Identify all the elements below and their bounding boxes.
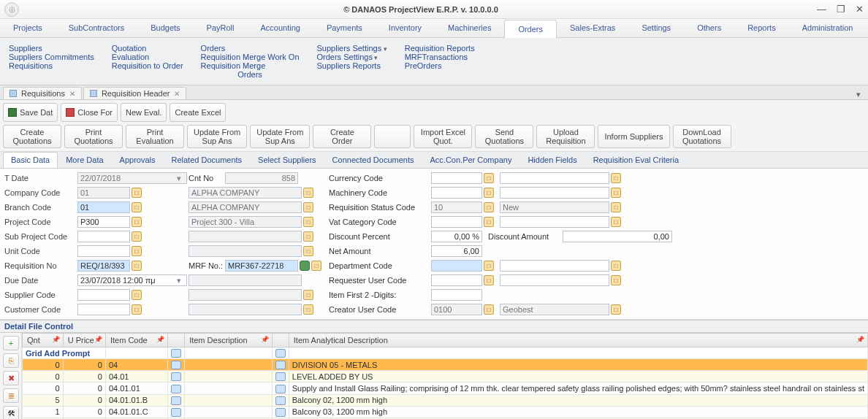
cell-lookup-icon[interactable] xyxy=(171,408,181,417)
menu-reports[interactable]: Reports xyxy=(734,19,789,37)
col-header[interactable] xyxy=(272,334,289,347)
cell-lookup-icon[interactable] xyxy=(171,361,181,369)
field-branch-code[interactable] xyxy=(77,201,130,213)
menu-budgets[interactable]: Budgets xyxy=(137,19,193,37)
subtab-hidden-fields[interactable]: Hidden Fields xyxy=(519,152,585,168)
field-desc[interactable] xyxy=(189,304,302,315)
minimize-button[interactable]: — xyxy=(817,4,826,15)
close-tab-icon[interactable]: ✕ xyxy=(69,90,75,98)
menu-settings[interactable]: Settings xyxy=(628,19,684,37)
lookup-icon[interactable]: □ xyxy=(484,304,494,315)
ribbon-evaluation[interactable]: Evaluation xyxy=(112,53,183,61)
field-company-code[interactable] xyxy=(77,187,130,199)
menu-projects[interactable]: Projects xyxy=(0,19,56,37)
new-eval-button[interactable]: New Eval. xyxy=(121,103,167,122)
subtab-related-documents[interactable]: Related Documents xyxy=(163,152,250,168)
lookup-icon[interactable]: □ xyxy=(611,188,621,198)
create-excel-button[interactable]: Create Excel xyxy=(170,103,226,122)
ribbon-preorders[interactable]: PreOrders xyxy=(405,61,475,70)
menu-sales-extras[interactable]: Sales-Extras xyxy=(557,19,628,37)
refresh-icon[interactable] xyxy=(300,261,310,271)
lookup-icon[interactable]: □ xyxy=(132,304,142,315)
lookup-icon[interactable]: □ xyxy=(132,188,142,198)
cell-lookup-icon[interactable] xyxy=(275,361,286,369)
cell-lookup-icon[interactable] xyxy=(171,349,181,358)
ribbon-req-merge[interactable]: Requisition Merge xyxy=(201,61,300,70)
ribbon-quotation[interactable]: Quotation xyxy=(112,44,183,53)
col-header[interactable] xyxy=(168,334,185,347)
field-unit-code[interactable] xyxy=(77,245,130,257)
ribbon-suppliers[interactable]: Suppliers xyxy=(9,44,94,53)
ribbon-requisitions[interactable]: Requisitions xyxy=(9,61,94,70)
toolbar-big-5[interactable]: Create Order xyxy=(313,125,371,148)
field-requisition-no[interactable] xyxy=(77,260,130,272)
lookup-icon[interactable]: □ xyxy=(303,188,313,198)
ribbon-suppliers-reports[interactable]: Suppliers Reports xyxy=(317,61,387,70)
field-requisition-status-code[interactable] xyxy=(431,201,482,213)
menu-subcontractors[interactable]: SubContractors xyxy=(56,19,137,37)
col-header[interactable]: Item Code📌 xyxy=(105,334,167,347)
lookup-icon[interactable]: □ xyxy=(484,202,494,212)
grid-insert-button[interactable]: ⎘ xyxy=(3,353,19,368)
field-item-first-2-digits-[interactable] xyxy=(431,289,482,301)
lookup-icon[interactable]: □ xyxy=(484,173,494,183)
field-requester-user-code[interactable] xyxy=(431,274,482,286)
field-desc[interactable] xyxy=(189,289,302,301)
table-row[interactable]: 5004.01.01.BBalcony 02, 1200 mm high xyxy=(23,394,868,406)
lookup-icon[interactable]: □ xyxy=(132,246,142,256)
col-header[interactable]: U Price📌 xyxy=(63,334,105,347)
cell-lookup-icon[interactable] xyxy=(275,396,286,405)
field-vat-category-code[interactable] xyxy=(431,216,482,228)
ribbon-mrf-transactions[interactable]: MRFTransactions xyxy=(405,53,475,61)
field-discount-percent[interactable] xyxy=(431,231,482,242)
ribbon-requisition-reports[interactable]: Requisition Reports xyxy=(405,44,475,53)
field-value2[interactable] xyxy=(500,187,609,199)
field-supplier-code[interactable] xyxy=(77,289,130,301)
lookup-icon[interactable]: □ xyxy=(303,231,313,242)
subtab-requisition-eval-criteria[interactable]: Requisition Eval Criteria xyxy=(585,152,687,168)
lookup-icon[interactable]: □ xyxy=(484,188,494,198)
field-desc[interactable] xyxy=(189,201,302,213)
ribbon-req-merge-workon[interactable]: Requisition Merge Work On xyxy=(201,53,300,61)
detail-grid[interactable]: Qnt📌U Price📌Item Code📌Item Description📌I… xyxy=(22,333,868,419)
toolbar-big-0[interactable]: Create Quotations xyxy=(3,125,61,148)
col-header[interactable]: Qnt📌 xyxy=(23,334,64,347)
lookup-icon[interactable]: □ xyxy=(484,217,494,227)
lookup-icon[interactable]: □ xyxy=(484,275,494,285)
table-row[interactable]: 1004.01.01.CBalcony 03, 1200 mm high xyxy=(23,406,868,418)
date-dropdown-icon[interactable]: ▾ xyxy=(177,276,181,285)
lookup-icon[interactable]: □ xyxy=(132,290,142,300)
field-net-amount[interactable] xyxy=(431,245,482,257)
lookup-icon[interactable]: □ xyxy=(303,202,313,212)
grid-delete-button[interactable]: ✖ xyxy=(3,371,19,385)
toolbar-big-8[interactable]: Send Quotations xyxy=(475,125,533,148)
grid-add-prompt[interactable]: Grid Add Prompt xyxy=(23,347,106,359)
cell-lookup-icon[interactable] xyxy=(275,372,286,381)
field-value2[interactable] xyxy=(500,274,609,286)
ribbon-orders2[interactable]: Orders xyxy=(201,70,300,79)
lookup-icon[interactable]: □ xyxy=(132,217,142,227)
grid-duplicate-button[interactable]: ≣ xyxy=(3,388,19,403)
lookup-icon[interactable]: □ xyxy=(303,246,313,256)
pin-icon[interactable]: 📌 xyxy=(156,336,164,343)
field-department-code[interactable] xyxy=(431,260,482,272)
menu-accounting[interactable]: Accounting xyxy=(247,19,313,37)
field-project-code[interactable] xyxy=(77,216,130,228)
field-desc[interactable] xyxy=(189,187,302,199)
lookup-icon[interactable]: □ xyxy=(611,202,621,212)
menu-machineries[interactable]: Machineries xyxy=(435,19,504,37)
lookup-icon[interactable]: □ xyxy=(132,202,142,212)
cell-lookup-icon[interactable] xyxy=(171,396,181,405)
menu-payments[interactable]: Payments xyxy=(313,19,376,37)
field-creator-user-code[interactable] xyxy=(431,304,482,315)
ribbon-requisition-to-order[interactable]: Requisition to Order xyxy=(112,61,183,70)
menu-inventory[interactable]: Inventory xyxy=(376,19,435,37)
close-tab-icon[interactable]: ✕ xyxy=(174,90,180,98)
field-value2[interactable] xyxy=(563,231,672,242)
lookup-icon[interactable]: □ xyxy=(611,217,621,227)
field-value2[interactable] xyxy=(500,304,609,315)
field-value2[interactable] xyxy=(500,172,609,184)
cell-lookup-icon[interactable] xyxy=(171,385,181,393)
menu-orders[interactable]: Orders xyxy=(504,20,557,38)
grid-add-button[interactable]: + xyxy=(3,336,19,350)
